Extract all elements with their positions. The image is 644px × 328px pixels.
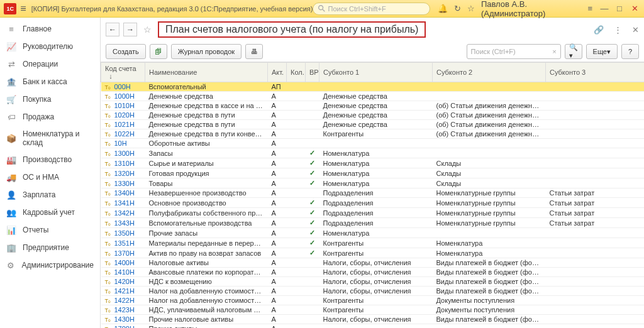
table-row[interactable]: T₀1700Н Прочие активы А [101, 324, 645, 329]
table-row[interactable]: T₀10Н Оборотные активы А [101, 139, 645, 148]
sidebar-icon: 👥 [6, 207, 16, 217]
account-icon: T₀ [105, 141, 113, 147]
sidebar-item-5[interactable]: 🏷Продажа [0, 108, 100, 126]
table-row[interactable]: T₀1340Н Незавершенное производство А Под… [101, 189, 645, 198]
clear-icon[interactable]: × [552, 48, 556, 55]
account-code: 1310Н [114, 160, 135, 167]
table-row[interactable]: T₀1320Н Готовая продукция А ✓ Номенклату… [101, 168, 645, 178]
close-button[interactable]: ✕ [629, 4, 640, 13]
nav-forward-button[interactable]: → [123, 23, 137, 36]
account-qty [287, 258, 306, 268]
sidebar-label: Зарплата [23, 190, 56, 199]
search-button[interactable]: 🔍 ▾ [565, 44, 582, 59]
copy-button[interactable]: 🗐 [150, 44, 167, 59]
table-row[interactable]: T₀1421Н Налог на добавленную стоимость к… [101, 287, 645, 296]
history-icon[interactable]: ↻ [454, 4, 461, 13]
sidebar-item-3[interactable]: 🏦Банк и касса [0, 73, 100, 90]
page-menu-icon[interactable]: ⋮ [614, 25, 622, 35]
header-sub1[interactable]: Субконто 1 [319, 63, 433, 82]
link-icon[interactable]: 🔗 [594, 25, 604, 35]
header-code[interactable]: Код счета ↓ [101, 63, 145, 82]
table-row[interactable]: T₀1342Н Полуфабрикаты собственного произ… [101, 208, 645, 218]
print-button[interactable]: 🖶 [245, 44, 263, 59]
favorite-icon[interactable]: ☆ [143, 25, 152, 35]
user-label[interactable]: Павлов А.В. (Администратор) [481, 0, 581, 18]
table-row[interactable]: T₀1010Н Денежные средства в кассе и на б… [101, 101, 645, 111]
header-sub3[interactable]: Субконто 3 [546, 63, 645, 82]
create-button[interactable]: Создать [106, 44, 146, 59]
nav-back-button[interactable]: ← [106, 23, 119, 36]
sidebar-item-12[interactable]: 🏢Предприятие [0, 239, 100, 256]
sidebar-item-9[interactable]: 👤Зарплата [0, 186, 100, 204]
sidebar-item-0[interactable]: ≡Главное [0, 20, 100, 38]
header-qty[interactable]: Кол. [287, 63, 306, 82]
table-row[interactable]: T₀1370Н Актив по праву на возврат запасо… [101, 248, 645, 258]
sidebar-label: Администрирование [22, 261, 94, 270]
star-icon[interactable]: ☆ [467, 4, 475, 13]
account-vr: ✓ [306, 178, 319, 189]
table-row[interactable]: T₀1343Н Вспомогательные производства А ✓… [101, 218, 645, 228]
table-row[interactable]: T₀1330Н Товары А ✓ Номенклатура Склады [101, 178, 645, 189]
journal-button[interactable]: Журнал проводок [171, 44, 242, 59]
sidebar-item-2[interactable]: ⇄Операции [0, 55, 100, 73]
table-row[interactable]: T₀1410Н Авансовые платежи по корпоративн… [101, 268, 645, 277]
table-row[interactable]: T₀1021Н Денежные средства в пути А Денеж… [101, 120, 645, 129]
table-row[interactable]: T₀1341Н Основное производство А ✓ Подраз… [101, 198, 645, 208]
table-row[interactable]: T₀1000Н Денежные средства А Денежные сре… [101, 92, 645, 101]
table-row[interactable]: T₀1400Н Налоговые активы А Налоги, сборы… [101, 258, 645, 268]
table-row[interactable]: T₀1022Н Денежные средства в пути конверт… [101, 129, 645, 139]
account-sub2: Виды платежей в бюджет (фонды) [433, 277, 546, 287]
account-act: А [268, 168, 287, 178]
maximize-button[interactable]: □ [614, 4, 625, 13]
sidebar-item-1[interactable]: 📈Руководителю [0, 38, 100, 55]
accounts-grid[interactable]: Код счета ↓ Наименование Акт. Кол. ВР Су… [101, 62, 644, 328]
burger-icon[interactable]: ≡ [20, 3, 26, 14]
table-row[interactable]: T₀1423Н НДС, уплачиваемый налоговым аген… [101, 305, 645, 315]
table-row[interactable]: T₀1300Н Запасы А ✓ Номенклатура [101, 148, 645, 158]
header-vr[interactable]: ВР [306, 63, 319, 82]
grid-search-input[interactable]: Поиск (Ctrl+F) × [467, 44, 561, 59]
account-qty [287, 139, 306, 148]
minimize-button[interactable]: — [599, 4, 610, 13]
help-button[interactable]: ? [621, 44, 639, 59]
account-name: Незавершенное производство [145, 189, 268, 198]
account-sub3 [546, 315, 645, 324]
sidebar-item-13[interactable]: ⚙Администрирование [0, 256, 100, 274]
account-name: НДС, уплачиваемый налоговым агентом [145, 305, 268, 315]
account-sub3 [546, 228, 645, 238]
table-row[interactable]: T₀1430Н Прочие налоговые активы А Налоги… [101, 315, 645, 324]
account-code: 1342Н [114, 209, 135, 217]
account-vr: ✓ [306, 198, 319, 208]
account-qty [287, 248, 306, 258]
bell-icon[interactable]: 🔔 [438, 4, 448, 13]
account-vr: ✓ [306, 228, 319, 238]
table-row[interactable]: T₀1310Н Сырье и материалы А ✓ Номенклату… [101, 158, 645, 168]
svg-line-1 [323, 9, 325, 11]
table-row[interactable]: T₀1351Н Материалы переданные в переработ… [101, 238, 645, 248]
page-close-icon[interactable]: ✕ [632, 25, 639, 35]
sidebar-item-10[interactable]: 👥Кадровый учет [0, 204, 100, 221]
account-icon: T₀ [105, 251, 113, 257]
account-icon: T₀ [105, 103, 113, 109]
account-sub1: Денежные средства [319, 92, 433, 101]
menu-icon[interactable]: ≡ [587, 4, 592, 13]
header-name[interactable]: Наименование [145, 63, 268, 82]
header-sub2[interactable]: Субконто 2 [433, 63, 546, 82]
sidebar-item-4[interactable]: 🛒Покупка [0, 90, 100, 108]
sidebar-item-7[interactable]: 🏭Производство [0, 151, 100, 168]
sidebar-item-6[interactable]: 📦Номенклатура и склад [0, 126, 100, 151]
more-button[interactable]: Еще ▾ [586, 44, 618, 59]
global-search-input[interactable]: Поиск Ctrl+Shift+F [313, 3, 430, 15]
table-row[interactable]: T₀1020Н Денежные средства в пути А Денеж… [101, 111, 645, 120]
table-row[interactable]: T₀1422Н Налог на добавленную стоимость (… [101, 296, 645, 305]
table-row[interactable]: T₀000Н Вспомогательный АП [101, 82, 645, 92]
table-row[interactable]: T₀1350Н Прочие запасы А ✓ Номенклатура [101, 228, 645, 238]
account-icon: T₀ [105, 131, 113, 138]
header-act[interactable]: Акт. [268, 63, 287, 82]
account-name: Вспомогательные производства [145, 218, 268, 228]
sidebar-item-8[interactable]: 🚚ОС и НМА [0, 168, 100, 186]
sidebar-item-11[interactable]: 📊Отчеты [0, 221, 100, 239]
table-row[interactable]: T₀1420Н НДС к возмещению А Налоги, сборы… [101, 277, 645, 287]
account-act: А [268, 228, 287, 238]
page-header: ← → ☆ План счетов налогового учета (по н… [101, 18, 644, 41]
